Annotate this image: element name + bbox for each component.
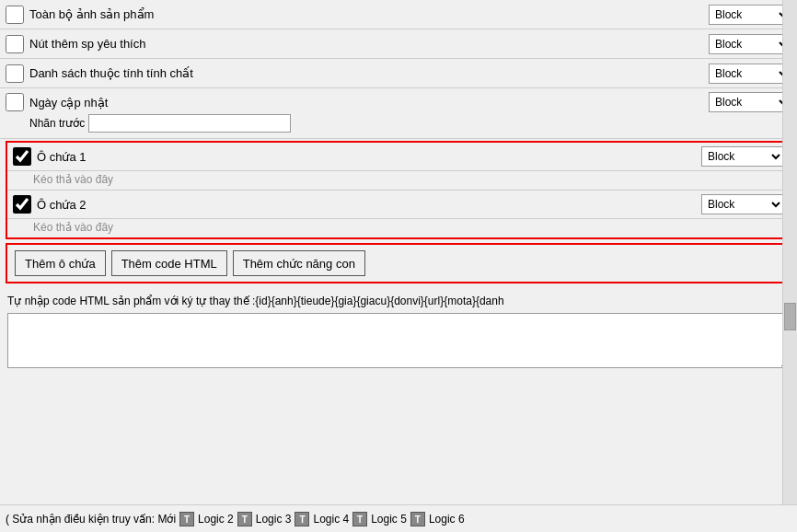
select-o-chua-1[interactable]: Block Inline None bbox=[701, 146, 784, 167]
label-ngay-cap: Ngày cập nhật bbox=[29, 96, 709, 110]
logic-icon-4[interactable]: T bbox=[352, 512, 367, 526]
label-toan-bo: Toàn bộ ảnh sản phẩm bbox=[29, 7, 709, 21]
checkbox-o-chua-2[interactable] bbox=[13, 195, 31, 214]
nhan-truoc-input[interactable] bbox=[88, 114, 291, 133]
row-danh-sach: Danh sách thuộc tính tính chất Block Inl… bbox=[0, 59, 797, 88]
select-ngay-cap[interactable]: Block Inline None bbox=[709, 92, 791, 112]
row-right-nut-them: Block Inline None bbox=[709, 34, 791, 54]
checkbox-ngay-cap[interactable] bbox=[6, 93, 24, 111]
logic-icon-1[interactable]: T bbox=[179, 512, 194, 526]
checkbox-toan-bo[interactable] bbox=[6, 6, 24, 24]
info-text: Tự nhập code HTML sản phẩm với ký tự tha… bbox=[7, 295, 504, 307]
row-right-toan-bo: Block Inline None bbox=[709, 5, 791, 25]
bottom-bar: ( Sửa nhận điều kiện truy vấn: Mới T Log… bbox=[0, 504, 797, 532]
main-container: Toàn bộ ảnh sản phẩm Block Inline None N… bbox=[0, 0, 797, 532]
bottom-logic-4: Logic 4 bbox=[313, 513, 349, 526]
select-toan-bo[interactable]: Block Inline None bbox=[709, 5, 791, 25]
scrollbar-thumb[interactable] bbox=[784, 303, 796, 330]
o-chua-1-row: Ô chứa 1 Block Inline None bbox=[7, 143, 790, 171]
logic-icon-2[interactable]: T bbox=[237, 512, 252, 526]
row-right-o-chua-2: Block Inline None bbox=[701, 194, 784, 214]
bottom-logic-2: Logic 2 bbox=[198, 513, 234, 526]
label-danh-sach: Danh sách thuộc tính tính chất bbox=[29, 66, 709, 80]
bottom-logic-5: Logic 5 bbox=[371, 513, 407, 526]
button-row: Thêm ô chứa Thêm code HTML Thêm chức năn… bbox=[6, 243, 791, 283]
drag-area-1: Kéo thả vào đây bbox=[7, 171, 790, 190]
checkbox-o-chua-1[interactable] bbox=[13, 147, 31, 166]
bottom-logic-3: Logic 3 bbox=[256, 513, 292, 526]
row-right-danh-sach: Block Inline None bbox=[709, 64, 791, 84]
checkbox-danh-sach[interactable] bbox=[6, 64, 24, 83]
row-right-o-chua-1: Block Inline None bbox=[701, 146, 784, 167]
info-row: Tự nhập code HTML sản phẩm với ký tự tha… bbox=[0, 287, 797, 311]
them-chuc-nang-button[interactable]: Thêm chức năng con bbox=[233, 250, 365, 276]
checkbox-nut-them[interactable] bbox=[6, 35, 24, 53]
row-right-ngay-cap: Block Inline None bbox=[709, 92, 791, 112]
logic-icon-5[interactable]: T bbox=[410, 512, 425, 526]
bottom-logic-6: Logic 6 bbox=[429, 513, 465, 526]
bottom-prefix: ( Sửa nhận điều kiện truy vấn: Mới bbox=[6, 513, 176, 526]
row-ngay-cap: Ngày cập nhật Block Inline None Nhãn trư… bbox=[0, 88, 797, 139]
o-chua-1-section: Ô chứa 1 Block Inline None Kéo thả vào đ… bbox=[7, 143, 790, 191]
logic-icon-3[interactable]: T bbox=[295, 512, 309, 526]
label-o-chua-1: Ô chứa 1 bbox=[37, 150, 701, 164]
label-nut-them: Nút thêm sp yêu thích bbox=[29, 37, 709, 51]
select-nut-them[interactable]: Block Inline None bbox=[709, 34, 791, 54]
them-o-chua-button[interactable]: Thêm ô chứa bbox=[15, 250, 106, 276]
drag-area-2: Kéo thả vào đây bbox=[7, 219, 790, 237]
select-o-chua-2[interactable]: Block Inline None bbox=[701, 194, 784, 214]
o-chua-2-row: Ô chứa 2 Block Inline None bbox=[7, 191, 790, 219]
nhan-truoc-label: Nhãn trước bbox=[29, 117, 85, 130]
container-section: Ô chứa 1 Block Inline None Kéo thả vào đ… bbox=[6, 141, 791, 239]
select-danh-sach[interactable]: Block Inline None bbox=[709, 64, 791, 84]
label-o-chua-2: Ô chứa 2 bbox=[37, 198, 701, 212]
html-input-area[interactable] bbox=[7, 313, 790, 368]
them-code-html-button[interactable]: Thêm code HTML bbox=[111, 250, 227, 276]
row-toan-bo: Toàn bộ ảnh sản phẩm Block Inline None bbox=[0, 0, 797, 29]
o-chua-2-section: Ô chứa 2 Block Inline None Kéo thả vào đ… bbox=[7, 191, 790, 237]
row-nut-them: Nút thêm sp yêu thích Block Inline None bbox=[0, 29, 797, 59]
scrollbar-vertical[interactable] bbox=[782, 0, 797, 504]
